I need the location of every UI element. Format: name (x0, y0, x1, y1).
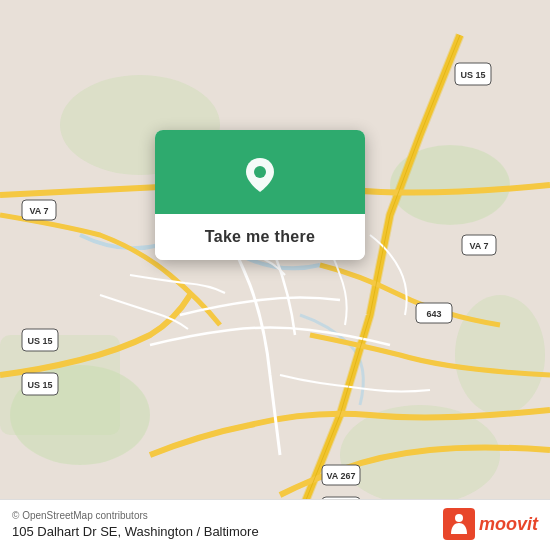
osm-attribution: © OpenStreetMap contributors (12, 510, 259, 521)
svg-point-24 (254, 166, 266, 178)
bottom-left-info: © OpenStreetMap contributors 105 Dalhart… (12, 510, 259, 539)
take-me-there-button[interactable]: Take me there (155, 214, 365, 260)
location-pin-icon (238, 152, 282, 196)
moovit-brand-icon (443, 508, 475, 540)
map-container: US 15 VA 7 VA 7 US 15 US 15 643 VA 267 V… (0, 0, 550, 550)
svg-text:VA 267: VA 267 (326, 471, 355, 481)
svg-text:US 15: US 15 (27, 336, 52, 346)
address-text: 105 Dalhart Dr SE, Washington / Baltimor… (12, 524, 259, 539)
svg-text:643: 643 (426, 309, 441, 319)
svg-text:VA 7: VA 7 (29, 206, 48, 216)
svg-point-2 (455, 295, 545, 415)
popup-green-header (155, 130, 365, 214)
moovit-logo: moovit (443, 508, 538, 540)
svg-text:US 15: US 15 (460, 70, 485, 80)
svg-text:US 15: US 15 (27, 380, 52, 390)
popup-card: Take me there (155, 130, 365, 260)
moovit-brand-label: moovit (479, 514, 538, 535)
svg-text:VA 7: VA 7 (469, 241, 488, 251)
svg-rect-4 (0, 335, 120, 435)
svg-point-26 (455, 514, 463, 522)
bottom-bar: © OpenStreetMap contributors 105 Dalhart… (0, 499, 550, 550)
map-roads: US 15 VA 7 VA 7 US 15 US 15 643 VA 267 V… (0, 0, 550, 550)
